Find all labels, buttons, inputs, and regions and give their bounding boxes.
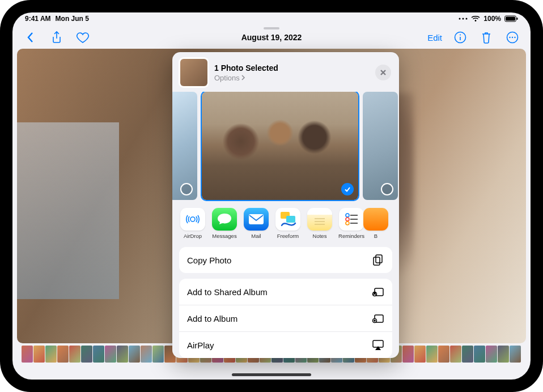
edit-button[interactable]: Edit	[427, 33, 442, 42]
svg-rect-26	[376, 255, 382, 263]
svg-point-3	[475, 20, 477, 22]
filmstrip-thumb[interactable]	[498, 346, 509, 363]
svg-point-2	[466, 18, 468, 20]
airdrop-icon	[180, 208, 205, 231]
filmstrip-thumb[interactable]	[426, 346, 438, 363]
action-label: AirPlay	[187, 340, 214, 350]
filmstrip-thumb[interactable]	[33, 346, 45, 363]
action-label: Copy Photo	[187, 255, 231, 265]
filmstrip-thumb[interactable]	[474, 346, 485, 363]
share-button[interactable]	[49, 29, 65, 45]
app-toolbar: August 19, 2022 Edit	[12, 26, 531, 49]
action-label: Add to Shared Album	[187, 287, 268, 297]
status-battery-percent: 100%	[483, 15, 501, 23]
action-add-album[interactable]: Add to Album	[179, 305, 392, 331]
svg-point-22	[346, 218, 349, 221]
share-sheet-options-button[interactable]: Options	[214, 74, 245, 82]
share-sheet-photo-prev[interactable]	[172, 92, 197, 200]
share-sheet-title: 1 Photo Selected	[214, 63, 368, 73]
filmstrip-thumb[interactable]	[462, 346, 473, 363]
svg-point-24	[346, 221, 349, 225]
share-sheet-photo-next[interactable]	[363, 92, 398, 200]
three-dots-icon	[459, 16, 468, 22]
share-target-messages[interactable]: Messages	[209, 208, 240, 239]
filmstrip-thumb[interactable]	[402, 346, 414, 363]
share-target-freeform[interactable]: Freeform	[272, 208, 304, 239]
copy-icon	[372, 254, 384, 266]
filmstrip-thumb[interactable]	[438, 346, 449, 363]
svg-point-11	[512, 37, 513, 38]
notes-icon	[307, 208, 332, 231]
share-target-mail[interactable]: Mail	[240, 208, 272, 239]
share-target-reminders[interactable]: Reminders	[336, 208, 367, 239]
action-airplay[interactable]: AirPlay	[179, 331, 392, 358]
mail-icon	[244, 208, 269, 231]
filmstrip-thumb[interactable]	[152, 346, 164, 363]
svg-rect-6	[517, 18, 518, 20]
filmstrip-thumb[interactable]	[117, 346, 128, 363]
selection-badge-unchecked[interactable]	[180, 183, 193, 195]
freeform-icon	[275, 208, 300, 231]
action-add-shared-album[interactable]: Add to Shared Album	[179, 279, 392, 305]
selection-badge-checked[interactable]	[341, 183, 354, 195]
messages-icon	[212, 208, 237, 231]
share-sheet-photo-selected[interactable]	[202, 92, 358, 200]
share-target-notes[interactable]: Notes	[304, 208, 336, 239]
filmstrip-thumb[interactable]	[450, 346, 461, 363]
status-date: Mon Jun 5	[56, 15, 89, 23]
action-label: Add to Album	[187, 314, 237, 323]
trash-button[interactable]	[478, 29, 494, 45]
svg-point-10	[509, 37, 510, 38]
checkmark-icon	[344, 186, 351, 193]
filmstrip-thumb[interactable]	[414, 346, 426, 363]
favorite-button[interactable]	[75, 29, 91, 45]
info-button[interactable]	[452, 29, 468, 45]
filmstrip-thumb[interactable]	[69, 346, 80, 363]
share-target-label: Reminders	[338, 233, 364, 239]
svg-point-13	[190, 217, 195, 221]
action-copy-photo[interactable]: Copy Photo	[179, 247, 392, 273]
share-sheet-options-label: Options	[214, 74, 240, 82]
device-frame: 9:41 AM Mon Jun 5 100%	[0, 0, 543, 392]
filmstrip-thumb[interactable]	[129, 346, 140, 363]
airplay-icon	[372, 339, 384, 351]
filmstrip-thumb[interactable]	[510, 346, 521, 363]
close-button[interactable]	[375, 65, 391, 80]
share-target-label: B	[374, 233, 377, 239]
filmstrip-thumb[interactable]	[81, 346, 92, 363]
share-target-label: Freeform	[277, 233, 299, 239]
shared-album-icon	[372, 286, 384, 298]
back-button[interactable]	[23, 29, 39, 45]
share-target-label: AirDrop	[184, 233, 202, 239]
share-target-airdrop[interactable]: AirDrop	[177, 208, 209, 239]
selection-badge-unchecked[interactable]	[381, 183, 393, 195]
filmstrip-thumb[interactable]	[57, 346, 69, 363]
share-sheet-thumbnail	[180, 59, 207, 86]
filmstrip-thumb[interactable]	[93, 346, 104, 363]
svg-rect-5	[506, 17, 515, 21]
status-time: 9:41 AM	[25, 15, 51, 23]
filmstrip-thumb[interactable]	[486, 346, 497, 363]
screen: 9:41 AM Mon Jun 5 100%	[12, 12, 531, 380]
svg-point-12	[514, 37, 515, 38]
home-indicator[interactable]	[232, 373, 311, 376]
filmstrip-thumb[interactable]	[141, 346, 152, 363]
svg-rect-14	[249, 214, 264, 224]
svg-point-1	[463, 18, 464, 20]
more-button[interactable]	[504, 29, 520, 45]
share-sheet: 1 Photo Selected Options	[172, 52, 399, 358]
actions-group-1: Copy Photo	[179, 247, 392, 273]
wifi-icon	[471, 15, 480, 22]
svg-rect-16	[286, 216, 295, 223]
filmstrip-thumb[interactable]	[22, 346, 33, 363]
filmstrip-thumb[interactable]	[105, 346, 116, 363]
share-targets-row[interactable]: AirDrop Messages Mail	[172, 206, 399, 241]
share-target-label: Mail	[251, 233, 261, 239]
share-sheet-photo-strip[interactable]	[172, 92, 399, 206]
multitask-grabber[interactable]	[264, 27, 279, 29]
share-target-more[interactable]: B	[367, 208, 384, 239]
status-bar: 9:41 AM Mon Jun 5 100%	[12, 12, 531, 25]
svg-point-20	[346, 214, 349, 217]
share-target-label: Notes	[313, 233, 327, 239]
filmstrip-thumb[interactable]	[45, 346, 57, 363]
